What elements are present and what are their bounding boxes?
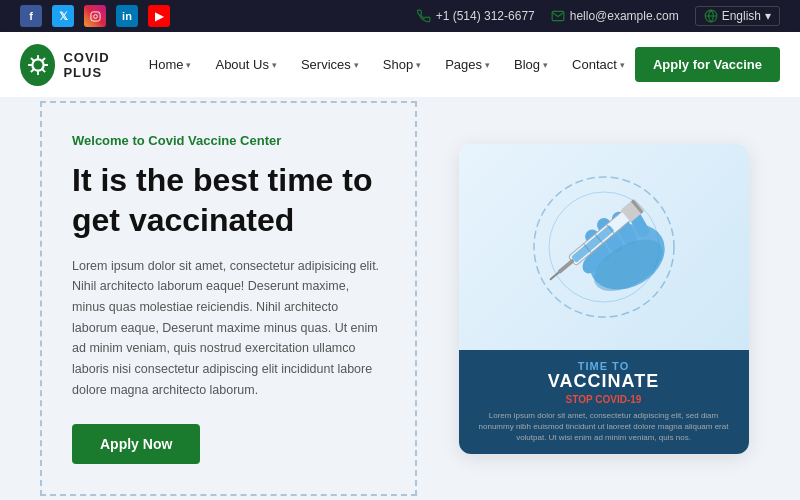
svg-point-2 (97, 13, 98, 14)
logo-text: COVID PLUS (63, 50, 138, 80)
facebook-icon[interactable]: f (20, 5, 42, 27)
globe-icon (704, 9, 718, 23)
nav-about-arrow: ▾ (272, 60, 277, 70)
svg-point-94 (549, 192, 659, 302)
svg-point-17 (25, 63, 28, 66)
svg-point-6 (33, 60, 42, 69)
svg-point-21 (44, 55, 47, 58)
nav-shop[interactable]: Shop ▾ (373, 51, 431, 78)
hero-illustration: TIME TO VACCINATE STOP COVID-19 Lorem ip… (447, 127, 760, 470)
nav-blog-arrow: ▾ (543, 60, 548, 70)
svg-point-15 (36, 52, 39, 55)
language-arrow: ▾ (765, 9, 771, 23)
email-address: hello@example.com (570, 9, 679, 23)
nav-pages-arrow: ▾ (485, 60, 490, 70)
card-description: Lorem ipsum dolor sit amet, consectetur … (473, 410, 735, 444)
logo-icon (20, 44, 55, 86)
nav-contact[interactable]: Contact ▾ (562, 51, 635, 78)
svg-point-16 (36, 74, 39, 77)
twitter-icon[interactable]: 𝕏 (52, 5, 74, 27)
contact-info: +1 (514) 312-6677 hello@example.com Engl… (417, 6, 780, 26)
phone-number: +1 (514) 312-6677 (436, 9, 535, 23)
stop-covid-label: STOP COVID-19 (473, 394, 735, 405)
youtube-icon[interactable]: ▶ (148, 5, 170, 27)
nav-contact-arrow: ▾ (620, 60, 625, 70)
nav-about[interactable]: About Us ▾ (205, 51, 286, 78)
logo[interactable]: COVID PLUS (20, 44, 139, 86)
nav-links: Home ▾ About Us ▾ Services ▾ Shop ▾ Page… (139, 51, 635, 78)
nav-pages[interactable]: Pages ▾ (435, 51, 500, 78)
apply-vaccine-button[interactable]: Apply for Vaccine (635, 47, 780, 82)
email-contact: hello@example.com (551, 9, 679, 23)
instagram-icon[interactable] (84, 5, 106, 27)
top-bar: f 𝕏 in ▶ +1 (514) 312-6677 hello@example… (0, 0, 800, 32)
hero-content: Welcome to Covid Vaccine Center It is th… (40, 101, 417, 496)
nav-shop-arrow: ▾ (416, 60, 421, 70)
vaccine-card-bottom: TIME TO VACCINATE STOP COVID-19 Lorem ip… (459, 350, 749, 453)
language-label: English (722, 9, 761, 23)
nav-home-arrow: ▾ (186, 60, 191, 70)
linkedin-icon[interactable]: in (116, 5, 138, 27)
nav-services[interactable]: Services ▾ (291, 51, 369, 78)
phone-contact: +1 (514) 312-6677 (417, 9, 535, 23)
svg-point-22 (28, 71, 31, 74)
svg-point-93 (534, 177, 674, 317)
phone-icon (417, 9, 431, 23)
language-selector[interactable]: English ▾ (695, 6, 780, 26)
navbar: COVID PLUS Home ▾ About Us ▾ Services ▾ … (0, 32, 800, 97)
vaccine-card: TIME TO VACCINATE STOP COVID-19 Lorem ip… (459, 144, 749, 454)
svg-point-18 (47, 63, 50, 66)
svg-point-20 (44, 71, 47, 74)
circle-ring-svg (504, 157, 704, 337)
hero-section: Welcome to Covid Vaccine Center It is th… (0, 97, 800, 500)
virus-logo-svg (23, 50, 53, 80)
hero-title: It is the best time to get vaccinated (72, 160, 385, 240)
svg-rect-0 (90, 11, 99, 20)
vaccine-illustration (459, 144, 749, 351)
hero-subtitle: Welcome to Covid Vaccine Center (72, 133, 385, 148)
nav-services-arrow: ▾ (354, 60, 359, 70)
apply-now-button[interactable]: Apply Now (72, 424, 200, 464)
svg-point-1 (93, 14, 97, 18)
email-icon (551, 9, 565, 23)
vaccinate-label: VACCINATE (473, 372, 735, 392)
svg-point-19 (28, 55, 31, 58)
hero-description: Lorem ipsum dolor sit amet, consectetur … (72, 256, 385, 400)
nav-home[interactable]: Home ▾ (139, 51, 202, 78)
social-links: f 𝕏 in ▶ (20, 5, 170, 27)
nav-blog[interactable]: Blog ▾ (504, 51, 558, 78)
